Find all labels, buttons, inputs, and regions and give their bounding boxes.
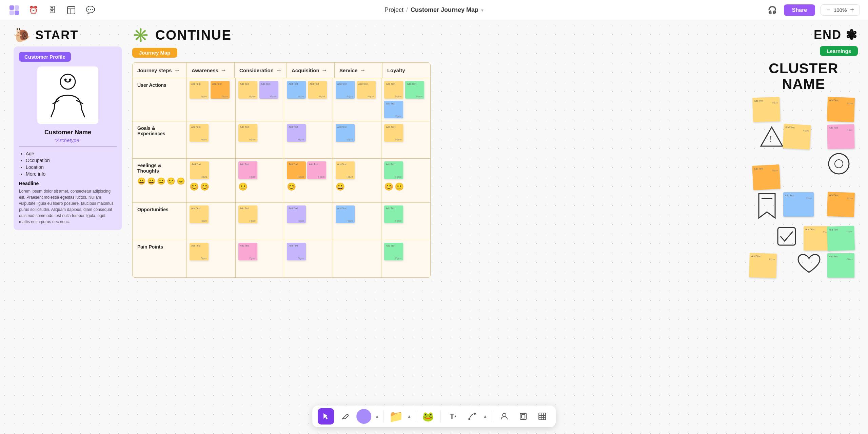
folder-tool-button[interactable]: 📁 [388, 408, 404, 425]
sticky-note[interactable]: Add TextFigure [190, 124, 209, 142]
sticky-note[interactable]: Add TextFigure [384, 101, 403, 118]
emoji-cell: 😊 [190, 182, 199, 191]
emoji-neutral: 😐 [157, 177, 165, 185]
title-chevron-icon[interactable]: ▾ [481, 7, 484, 13]
zoom-out-button[interactable]: − [825, 6, 832, 14]
sticky-note[interactable]: Add Text Figure [752, 97, 780, 122]
continue-section: ✳️ CONTINUE Journey Map Journey steps → … [132, 27, 437, 278]
cell-user-actions-acquisition: Add TextFigure Add TextFigure [284, 78, 333, 121]
sticky-note[interactable]: Add TextFigure [384, 81, 403, 99]
sticky-note[interactable]: Add TextFigure [336, 124, 355, 142]
sticky-note[interactable]: Add TextFigure [287, 243, 306, 260]
bookmark-icon [756, 192, 778, 221]
profile-age: Age [26, 151, 117, 156]
header-loyalty: Loyalty [382, 63, 430, 78]
shape-chevron-icon[interactable]: ▲ [375, 414, 379, 419]
frog-sticker-button[interactable]: 🐸 [420, 408, 436, 425]
sticky-note[interactable]: Add TextFigure [336, 205, 355, 223]
sticky-note[interactable]: Add Text Figure [827, 192, 855, 217]
shape-circle-tool[interactable] [356, 408, 372, 425]
sticky-note[interactable]: Add Text Figure [827, 124, 854, 149]
pen-tool-button[interactable] [337, 408, 353, 425]
emoji-cell: 😐 [238, 182, 248, 191]
sticky-note[interactable]: Add TextFigure [287, 81, 306, 99]
emoji-frown: 😕 [167, 177, 175, 185]
sticky-note[interactable]: Add TextFigure [287, 124, 306, 142]
cell-pain-acquisition: Add TextFigure [284, 240, 333, 277]
sticky-note[interactable]: Add TextFigure [259, 81, 278, 99]
header-awareness: Awareness → [187, 63, 235, 78]
frame-tool-button[interactable] [515, 408, 531, 425]
sticky-note[interactable]: Add TextFigure [190, 81, 209, 99]
sticky-note[interactable]: Add TextFigure [384, 124, 403, 142]
sticky-note[interactable]: Add TextFigure [238, 124, 257, 142]
topbar-left: ⏰ 🗄 💬 [8, 4, 96, 16]
sticky-note[interactable]: Add TextFigure [308, 81, 327, 99]
app-logo-icon[interactable] [8, 4, 20, 16]
header-journey-steps: Journey steps → [133, 63, 187, 78]
sticky-note[interactable]: Add TextFigure [287, 161, 306, 179]
sticky-note[interactable]: Add TextFigure [190, 161, 209, 179]
sticky-note[interactable]: Add TextFigure [384, 205, 403, 223]
path-tool-button[interactable] [464, 408, 480, 425]
zoom-control: − 100% + [821, 4, 860, 16]
svg-rect-3 [15, 11, 19, 15]
sticky-note[interactable]: Add TextFigure [238, 81, 257, 99]
sticky-note[interactable]: Add Text Figure [752, 164, 781, 190]
learnings-tab[interactable]: Learnings [820, 46, 858, 56]
sticky-note[interactable]: Add TextFigure [384, 161, 403, 179]
label-pain-points: Pain Points [133, 240, 187, 277]
sticky-note[interactable]: Add TextFigure [336, 81, 355, 99]
sticky-note[interactable]: Add TextFigure [238, 205, 257, 223]
share-button[interactable]: Share [784, 4, 815, 16]
headphone-icon[interactable]: 🎧 [766, 4, 778, 16]
svg-rect-2 [9, 11, 14, 15]
row-goals: Goals & Experiences Add TextFigure Add T… [133, 121, 430, 159]
cell-user-actions-consideration: Add TextFigure Add TextFigure [236, 78, 284, 121]
emoji-row: 😀 😀 😐 😕 😠 [137, 177, 185, 185]
chat-icon[interactable]: 💬 [84, 4, 96, 16]
svg-point-9 [70, 79, 71, 80]
profile-body: Lorem ipsum dolor sit amet, consectetur … [19, 188, 117, 225]
zoom-in-button[interactable]: + [849, 6, 855, 14]
text-tool-button[interactable]: T· [445, 408, 461, 425]
svg-text:!: ! [770, 135, 772, 144]
journey-map-tab[interactable]: Journey Map [132, 48, 177, 58]
sticky-note[interactable]: Add Text Figure [783, 192, 814, 217]
start-label: START [35, 28, 78, 42]
sticky-note[interactable]: Add Text Figure [804, 226, 831, 251]
zoom-level: 100% [834, 7, 847, 13]
cell-goals-loyalty: Add TextFigure [381, 121, 430, 158]
save-icon[interactable]: 🗄 [46, 4, 58, 16]
sticky-note[interactable]: Add Text Figure [749, 253, 777, 278]
sticky-note[interactable]: Add TextFigure [357, 81, 376, 99]
sticky-note[interactable]: Add TextFigure [211, 81, 230, 99]
sticky-note[interactable]: Add TextFigure [307, 161, 326, 179]
timer-icon[interactable]: ⏰ [27, 4, 39, 16]
folder-chevron-icon[interactable]: ▲ [407, 414, 412, 419]
heart-icon [797, 253, 821, 276]
path-chevron-icon[interactable]: ▲ [483, 414, 488, 419]
sticky-note[interactable]: Add TextFigure [384, 243, 403, 260]
sticky-note[interactable]: Add TextFigure [238, 243, 257, 260]
sticky-note[interactable]: Add TextFigure [405, 81, 424, 99]
sticky-note[interactable]: Add Text Figure [827, 97, 855, 122]
continue-title: ✳️ CONTINUE [132, 27, 437, 43]
profile-occupation: Occupation [26, 158, 117, 163]
table-tool-button[interactable] [534, 408, 550, 425]
cluster-name: CLUSTERNAME [749, 61, 858, 92]
layout-icon[interactable] [65, 4, 77, 16]
sticky-note[interactable]: Add TextFigure [238, 161, 257, 179]
sticky-note[interactable]: Add TextFigure [190, 205, 209, 223]
canvas: 🐌 START Customer Profile Customer Name [0, 20, 868, 434]
select-tool-button[interactable] [318, 408, 334, 425]
cell-feelings-awareness: Add TextFigure 😊 😊 [187, 159, 236, 202]
avatar-tool-button[interactable] [496, 408, 512, 425]
sticky-note[interactable]: Add TextFigure [336, 161, 355, 179]
sticky-note[interactable]: Add TextFigure [287, 205, 306, 223]
sticky-note[interactable]: Add TextFigure [190, 243, 209, 260]
sticky-note[interactable]: Add Text Figure [827, 226, 855, 251]
customer-profile-tab[interactable]: Customer Profile [19, 52, 71, 62]
sticky-note[interactable]: Add Text Figure [827, 253, 854, 278]
sticky-note[interactable]: Add Text Figure [783, 124, 811, 150]
